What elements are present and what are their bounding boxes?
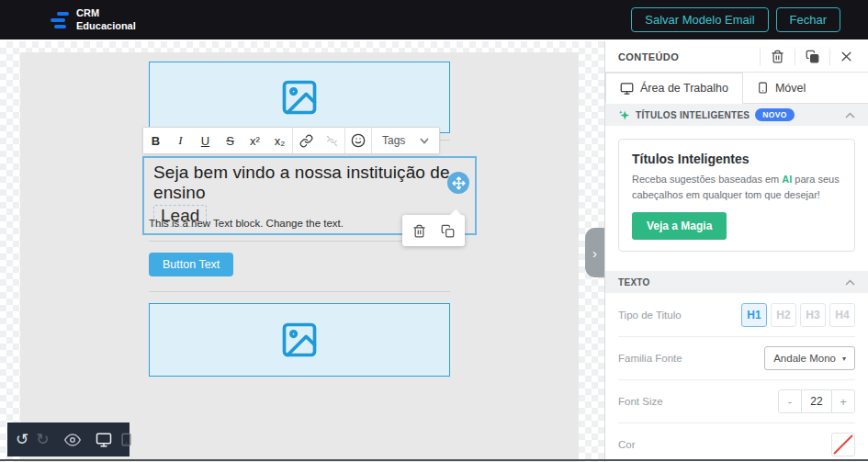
font-family-label: Familia Fonte bbox=[618, 353, 682, 364]
section-title: TÍTULOS INTELIGENTES bbox=[636, 110, 750, 120]
underline-button[interactable]: U bbox=[193, 128, 218, 153]
preview-eye-icon[interactable] bbox=[64, 432, 81, 448]
undo-icon[interactable]: ↺ bbox=[16, 432, 28, 447]
tags-dropdown[interactable]: Tags bbox=[372, 128, 439, 153]
block-divider bbox=[149, 291, 450, 292]
heading-h4-button[interactable]: H4 bbox=[829, 303, 855, 327]
subscript-button[interactable]: x₂ bbox=[267, 128, 292, 153]
bold-button[interactable]: B bbox=[143, 128, 168, 153]
logo-text: CRM Educacional bbox=[76, 7, 136, 31]
sidebar-tabs: Área de Trabalho Móvel bbox=[605, 73, 868, 104]
topbar: CRM Educacional Salvar Modelo Email Fech… bbox=[0, 0, 868, 39]
image-block-placeholder[interactable] bbox=[149, 62, 450, 133]
logo-line1: CRM bbox=[76, 7, 99, 18]
font-family-row: Familia Fonte Andale Mono ▾ bbox=[618, 336, 855, 379]
section-title: TEXTO bbox=[618, 277, 650, 287]
unlink-button[interactable] bbox=[319, 128, 344, 153]
color-picker-swatch[interactable] bbox=[831, 433, 855, 456]
emoji-button[interactable] bbox=[345, 128, 371, 153]
heading-h2-button[interactable]: H2 bbox=[771, 303, 796, 327]
texto-section-header[interactable]: TEXTO bbox=[605, 271, 868, 293]
ai-highlight: AI bbox=[782, 174, 792, 185]
image-icon bbox=[279, 320, 320, 360]
sidebar-title: CONTEÚDO bbox=[618, 51, 760, 62]
tab-label: Área de Trabalho bbox=[640, 82, 728, 95]
heading-type-row: Tipo de Titulo H1 H2 H3 H4 bbox=[618, 293, 855, 336]
font-size-stepper: - 22 + bbox=[778, 389, 855, 413]
chevron-down-icon: ▾ bbox=[842, 355, 846, 363]
color-label: Cor bbox=[618, 439, 636, 450]
block-actions-popover bbox=[402, 215, 465, 246]
font-size-label: Font Size bbox=[618, 396, 663, 407]
chevron-down-icon bbox=[420, 138, 429, 144]
canvas-footer-toolbar: ↺ ↻ bbox=[7, 423, 130, 456]
redo-icon[interactable]: ↻ bbox=[36, 432, 49, 447]
card-title: Títulos Inteligentes bbox=[632, 152, 841, 166]
sidebar-header: CONTEÚDO bbox=[605, 41, 868, 73]
color-row: Cor bbox=[618, 423, 855, 462]
italic-button[interactable]: I bbox=[168, 128, 193, 153]
link-button[interactable] bbox=[293, 128, 319, 153]
font-family-dropdown[interactable]: Andale Mono ▾ bbox=[764, 346, 855, 370]
email-body-canvas[interactable]: B I U S x² x₂ bbox=[20, 52, 579, 462]
font-size-decrease-button[interactable]: - bbox=[779, 390, 801, 412]
duplicate-element-icon[interactable] bbox=[795, 49, 829, 65]
close-editor-button[interactable]: Fechar bbox=[776, 7, 840, 32]
mobile-view-icon[interactable] bbox=[119, 433, 133, 446]
duplicate-block-icon[interactable] bbox=[441, 224, 455, 238]
heading-type-label: Tipo de Titulo bbox=[618, 310, 682, 321]
font-size-row: Font Size - 22 + bbox=[618, 379, 855, 423]
smart-titles-section-header[interactable]: TÍTULOS INTELIGENTES NOVO bbox=[605, 104, 868, 126]
close-panel-icon[interactable] bbox=[829, 49, 862, 65]
desktop-view-icon[interactable] bbox=[96, 432, 112, 448]
font-size-value[interactable]: 22 bbox=[801, 390, 832, 412]
desc-text: Receba sugestões baseadas em bbox=[632, 174, 782, 185]
logo-line2: Educacional bbox=[76, 20, 136, 31]
tab-area-de-trabalho[interactable]: Área de Trabalho bbox=[605, 73, 743, 104]
block-drag-handle[interactable] bbox=[447, 172, 469, 194]
novo-badge: NOVO bbox=[755, 108, 794, 121]
image-block-placeholder[interactable] bbox=[149, 303, 450, 377]
desktop-icon bbox=[620, 82, 634, 96]
image-icon bbox=[279, 77, 320, 118]
superscript-button[interactable]: x² bbox=[242, 128, 267, 153]
window-bottom-edge bbox=[0, 459, 868, 461]
delete-element-icon[interactable] bbox=[760, 49, 795, 65]
mobile-icon bbox=[757, 82, 769, 94]
heading-h1-button[interactable]: H1 bbox=[741, 303, 767, 327]
save-email-template-button[interactable]: Salvar Modelo Email bbox=[631, 7, 768, 32]
crm-educacional-logo: CRM Educacional bbox=[51, 7, 136, 31]
editor-canvas: B I U S x² x₂ bbox=[0, 41, 604, 462]
move-arrows-icon bbox=[452, 176, 466, 190]
text-block-hint[interactable]: This is a new Text block. Change the tex… bbox=[149, 218, 344, 229]
tags-label: Tags bbox=[382, 134, 405, 147]
sidebar-collapse-handle[interactable]: › bbox=[585, 228, 604, 277]
tab-label: Móvel bbox=[775, 82, 806, 95]
delete-block-icon[interactable] bbox=[412, 224, 426, 238]
smart-titles-card: Títulos Inteligentes Receba sugestões ba… bbox=[618, 139, 855, 252]
chevron-up-icon bbox=[845, 112, 855, 118]
font-family-value: Andale Mono bbox=[773, 353, 836, 364]
strikethrough-button[interactable]: S bbox=[218, 128, 242, 153]
veja-a-magia-button[interactable]: Veja a Magia bbox=[632, 212, 727, 240]
app-window: CRM Educacional Salvar Modelo Email Fech… bbox=[0, 0, 868, 462]
logo-icon bbox=[51, 12, 69, 28]
card-description: Receba sugestões baseadas em AI para seu… bbox=[632, 172, 841, 203]
heading-h3-button[interactable]: H3 bbox=[800, 303, 826, 327]
heading-text: Seja bem vindo a nossa instituição de en… bbox=[153, 163, 466, 203]
button-block[interactable]: Button Text bbox=[149, 253, 233, 276]
content-sidebar: CONTEÚDO bbox=[604, 41, 868, 462]
tab-movel[interactable]: Móvel bbox=[743, 73, 819, 103]
sparkle-icon bbox=[618, 109, 630, 121]
font-size-increase-button[interactable]: + bbox=[832, 390, 854, 412]
chevron-up-icon bbox=[845, 279, 855, 286]
text-format-toolbar: B I U S x² x₂ bbox=[142, 127, 440, 154]
